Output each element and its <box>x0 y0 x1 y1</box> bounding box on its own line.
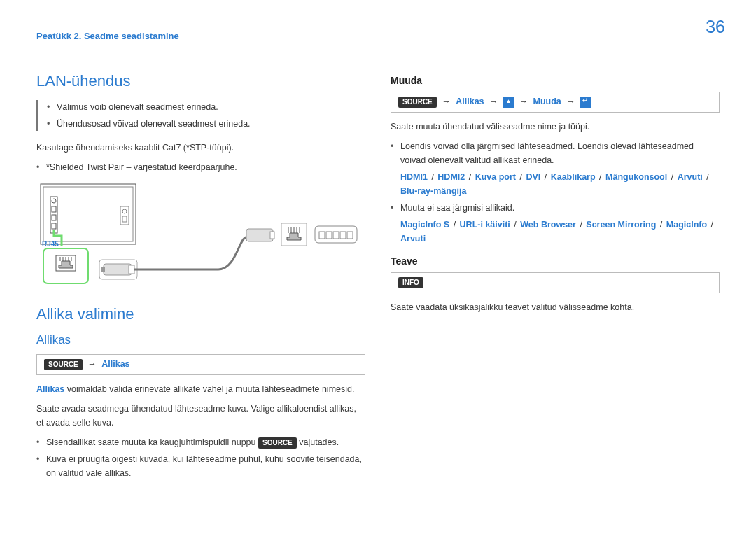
page-number: 36 <box>706 17 725 37</box>
teave-p: Saate vaadata üksikasjalikku teavet vali… <box>391 300 720 314</box>
source-token: MagicInfo S <box>400 220 449 230</box>
svg-rect-32 <box>333 232 339 239</box>
source-token: Arvuti <box>678 172 703 182</box>
heading-muuda: Muuda <box>391 75 720 86</box>
svg-rect-21 <box>246 229 273 241</box>
slash-separator: / <box>516 172 526 182</box>
slash-separator: / <box>656 220 666 230</box>
muuda-b2-text: Muuta ei saa järgmisi allikaid. <box>400 203 514 213</box>
info-tag: INFO <box>398 277 424 288</box>
slash-separator: / <box>703 172 710 182</box>
svg-rect-19 <box>101 267 105 272</box>
svg-rect-34 <box>347 232 353 239</box>
arrow-icon: → <box>85 359 99 369</box>
muuda-bullet-2: Muuta ei saa järgmisi allikaid. MagicInf… <box>391 201 720 246</box>
arrow-icon: → <box>439 97 454 106</box>
heading-allika-valimine: Allika valimine <box>36 305 365 323</box>
svg-rect-4 <box>52 206 56 212</box>
lan-cable-text: Kasutage ühendamiseks kaablit Cat7 (*STP… <box>36 141 365 155</box>
path-box-teave: INFO <box>391 272 720 293</box>
lan-note-block: Välimus võib olenevalt seadmest erineda.… <box>36 100 365 131</box>
source-token: DVI <box>526 172 540 182</box>
connection-diagram: RJ45 <box>36 181 358 290</box>
token-allikas-inline: Allikas <box>36 384 64 394</box>
allikas-bullet-1: Sisendallikat saate muuta ka kaugjuhtimi… <box>36 435 365 449</box>
path-token-allikas: Allikas <box>102 359 130 369</box>
allikas-p1: Allikas võimaldab valida erinevate allik… <box>36 382 365 396</box>
heading-lan: LAN-ühendus <box>36 72 365 90</box>
slash-separator: / <box>707 220 715 230</box>
enter-icon <box>580 97 591 108</box>
slash-separator: / <box>449 220 459 230</box>
lan-note-1: Välimus võib olenevalt seadmest erineda. <box>47 100 365 114</box>
allikas-p1-text: võimaldab valida erinevate allikate vahe… <box>67 384 355 394</box>
svg-rect-9 <box>122 216 127 222</box>
svg-point-3 <box>52 199 56 203</box>
allikas-p2: Saate avada seadmega ühendatud lähtesead… <box>36 402 365 430</box>
allikas-bullet-2: Kuva ei pruugita õigesti kuvada, kui läh… <box>36 452 365 480</box>
slash-separator: / <box>465 172 475 182</box>
svg-rect-5 <box>52 215 56 220</box>
source-token: URL-i käiviti <box>460 220 510 230</box>
arrow-icon: → <box>486 97 501 106</box>
allikas-b1-a: Sisendallikat saate muuta ka kaugjuhtimi… <box>46 437 256 447</box>
slash-separator: / <box>576 220 586 230</box>
path-box-muuda: SOURCE → Allikas → → Muuda → <box>391 92 720 113</box>
source-token: Arvuti <box>400 234 426 244</box>
path-box-allikas: SOURCE → Allikas <box>36 354 365 375</box>
svg-rect-33 <box>340 232 346 239</box>
chapter-header: Peatükk 2. Seadme seadistamine <box>36 31 720 41</box>
muuda-p1: Saate muuta ühendatud välisseadme nime j… <box>391 120 720 134</box>
muuda-tokens-2: MagicInfo S / URL-i käiviti / Web Browse… <box>400 218 720 246</box>
slash-separator: / <box>428 172 438 182</box>
source-token: HDMI2 <box>438 172 465 182</box>
slash-separator: / <box>596 172 606 182</box>
rj45-label: RJ45 <box>42 240 59 248</box>
muuda-bullet-1: Loendis võivad olla järgmised lähteseadm… <box>391 139 720 198</box>
source-token: Kaablikarp <box>551 172 596 182</box>
arrow-icon: → <box>517 97 531 106</box>
heading-teave: Teave <box>391 255 720 267</box>
path-token-allikas-2: Allikas <box>456 97 484 106</box>
heading-allikas: Allikas <box>36 333 365 347</box>
source-tag-2: SOURCE <box>398 97 437 108</box>
svg-rect-31 <box>326 232 332 239</box>
up-icon <box>503 97 514 108</box>
source-tag: SOURCE <box>44 359 83 370</box>
lan-cable-sub: *Shielded Twist Pair – varjestatud keerd… <box>36 160 365 174</box>
source-token: HDMI1 <box>400 172 428 182</box>
svg-point-8 <box>122 209 127 213</box>
slash-separator: / <box>540 172 550 182</box>
source-token: Mängukonsool <box>606 172 667 182</box>
svg-rect-6 <box>52 223 56 229</box>
source-token: Kuva port <box>475 172 516 182</box>
path-token-muuda: Muuda <box>533 97 561 106</box>
allikas-b1-b: vajutades. <box>299 437 339 447</box>
muuda-tokens-1: HDMI1 / HDMI2 / Kuva port / DVI / Kaabli… <box>400 170 720 198</box>
arrow-icon: → <box>564 97 578 106</box>
svg-rect-18 <box>104 264 132 275</box>
left-column: LAN-ühendus Välimus võib olenevalt seadm… <box>36 72 365 487</box>
source-token: MagicInfo <box>666 220 707 230</box>
svg-rect-22 <box>270 232 274 239</box>
svg-rect-29 <box>315 226 357 243</box>
slash-separator: / <box>667 172 677 182</box>
source-token: Web Browser <box>520 220 576 230</box>
svg-rect-30 <box>319 232 325 239</box>
slash-separator: / <box>510 220 520 230</box>
muuda-b1-text: Loendis võivad olla järgmised lähteseadm… <box>400 141 694 165</box>
source-token: Screen Mirroring <box>586 220 656 230</box>
right-column: Muuda SOURCE → Allikas → → Muuda → Saate… <box>391 72 720 487</box>
lan-note-2: Ühendusosad võivad olenevalt seadmest er… <box>47 117 365 131</box>
source-tag-inline: SOURCE <box>258 437 297 449</box>
svg-rect-20 <box>129 265 134 274</box>
source-token: Blu-ray-mängija <box>400 186 466 196</box>
